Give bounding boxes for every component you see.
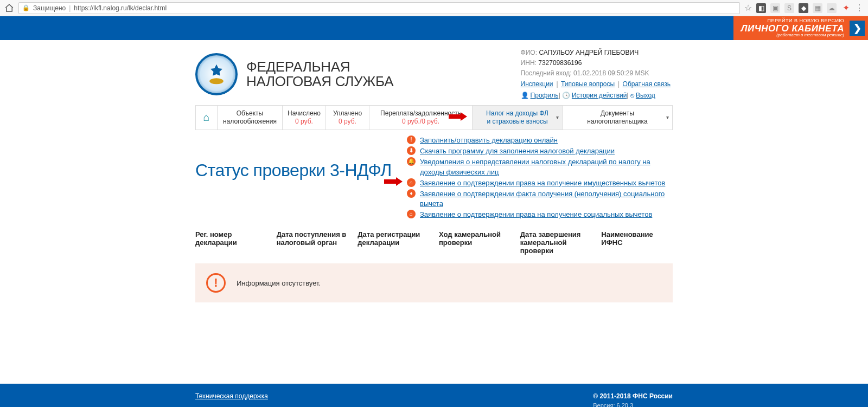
- quick-link[interactable]: Скачать программу для заполнения налогов…: [420, 146, 615, 156]
- empty-state: ! Информация отсутствует.: [195, 263, 673, 302]
- extension-icon[interactable]: ☁: [827, 3, 837, 13]
- col-header: Дата завершения камеральной проверки: [520, 230, 592, 255]
- arrow-right-icon: ❯: [850, 21, 865, 36]
- home-nav-icon[interactable]: [4, 3, 14, 13]
- quick-link[interactable]: Заявление о подтверждении права на получ…: [420, 178, 665, 188]
- user-info-block: ФИО: САПУЛЬОУ АНДРЕЙ ГЛЕБОВИЧ ИНН: 73270…: [521, 48, 673, 101]
- chevron-down-icon: ▾: [556, 114, 559, 121]
- link-faq[interactable]: Типовые вопросы: [561, 80, 615, 88]
- col-header: Наименование ИФНС: [601, 230, 673, 255]
- warning-icon: !: [206, 273, 226, 293]
- col-header: Дата регистрации декларации: [358, 230, 429, 255]
- browser-chrome: 🔒 Защищено | https://lkfl.nalog.ru/lk/de…: [0, 0, 868, 16]
- top-banner: ПЕРЕЙТИ В НОВУЮ ВЕРСИЮ ЛИЧНОГО КАБИНЕТА …: [0, 16, 868, 40]
- link-inspections[interactable]: Инспекции: [521, 80, 553, 88]
- address-bar[interactable]: 🔒 Защищено | https://lkfl.nalog.ru/lk/de…: [18, 2, 740, 14]
- nav-documents[interactable]: Документы налогоплательщика ▾: [563, 106, 672, 130]
- quick-link[interactable]: Заполнить/отправить декларацию онлайн: [420, 135, 558, 145]
- link-icon: ♦: [407, 189, 416, 198]
- link-icon: !: [407, 135, 416, 144]
- profile-icon: 👤: [521, 92, 529, 99]
- house-icon: ⌂: [407, 210, 416, 218]
- extension-skype-icon[interactable]: S: [784, 3, 794, 13]
- page-header: ФЕДЕРАЛЬНАЯ НАЛОГОВАЯ СЛУЖБА ФИО: САПУЛЬ…: [195, 40, 673, 105]
- link-logout[interactable]: Выход: [636, 92, 655, 99]
- bell-icon: 🔔: [407, 157, 416, 166]
- browser-menu-icon[interactable]: ⋮: [855, 3, 864, 13]
- clock-icon: 🕓: [562, 92, 570, 99]
- col-header: Рег. номер декларации: [195, 230, 267, 255]
- info-text: Информация отсутствует.: [237, 279, 321, 287]
- support-link[interactable]: Техническая поддержка: [195, 392, 268, 407]
- quick-link[interactable]: Заявление о подтверждении права на получ…: [420, 210, 652, 219]
- annotation-arrow-icon: [449, 112, 467, 121]
- main-nav: ⌂ Объекты налогообложения Начислено 0 ру…: [195, 105, 673, 130]
- nav-paid[interactable]: Уплачено 0 руб.: [326, 106, 369, 130]
- quick-link[interactable]: Уведомления о непредставлении налоговых …: [420, 157, 673, 177]
- quick-links: !Заполнить/отправить декларацию онлайн ⬇…: [407, 135, 673, 220]
- link-profile[interactable]: Профиль: [531, 92, 559, 99]
- page-footer: Техническая поддержка © 2011-2018 ФНС Ро…: [0, 384, 868, 407]
- link-history[interactable]: История действий: [572, 92, 627, 99]
- bookmark-star-icon[interactable]: ☆: [744, 3, 752, 13]
- link-icon: ⬇: [407, 146, 416, 155]
- lock-icon: 🔒: [22, 4, 30, 11]
- col-header: Дата поступления в налоговый орган: [277, 230, 348, 255]
- quick-link[interactable]: Заявление о подтверждении факта получени…: [420, 189, 673, 209]
- site-title: ФЕДЕРАЛЬНАЯ НАЛОГОВАЯ СЛУЖБА: [246, 60, 393, 89]
- chevron-down-icon: ▾: [666, 114, 669, 121]
- col-header: Ход камеральной проверки: [439, 230, 510, 255]
- extension-icon[interactable]: ◧: [756, 3, 766, 13]
- svg-point-0: [209, 78, 224, 84]
- extension-icon[interactable]: ▣: [770, 3, 780, 13]
- logout-icon: ⎋: [630, 92, 634, 99]
- nav-accrued[interactable]: Начислено 0 руб.: [283, 106, 326, 130]
- annotation-arrow-icon: [384, 177, 403, 186]
- table-header: Рег. номер декларации Дата поступления в…: [195, 230, 673, 263]
- house-icon: ⌂: [203, 111, 209, 124]
- nav-objects[interactable]: Объекты налогообложения: [218, 106, 283, 130]
- link-feedback[interactable]: Обратная связь: [623, 80, 671, 88]
- extension-icon[interactable]: ◆: [799, 3, 808, 13]
- secure-label: Защищено: [33, 4, 66, 12]
- nav-home[interactable]: ⌂: [196, 106, 218, 130]
- url-text: https://lkfl.nalog.ru/lk/declar.html: [74, 4, 167, 12]
- fns-logo-icon: [195, 53, 238, 95]
- page-title: Статус проверки 3-НДФЛ: [195, 160, 392, 180]
- extension-icon[interactable]: ▦: [813, 3, 822, 13]
- nav-ndfl[interactable]: Налог на доходы ФЛ и страховые взносы ▾: [473, 106, 563, 130]
- new-cabinet-link[interactable]: ПЕРЕЙТИ В НОВУЮ ВЕРСИЮ ЛИЧНОГО КАБИНЕТА …: [733, 16, 868, 40]
- extension-plus-icon[interactable]: ✦: [841, 3, 851, 13]
- house-icon: ⌂: [407, 178, 416, 187]
